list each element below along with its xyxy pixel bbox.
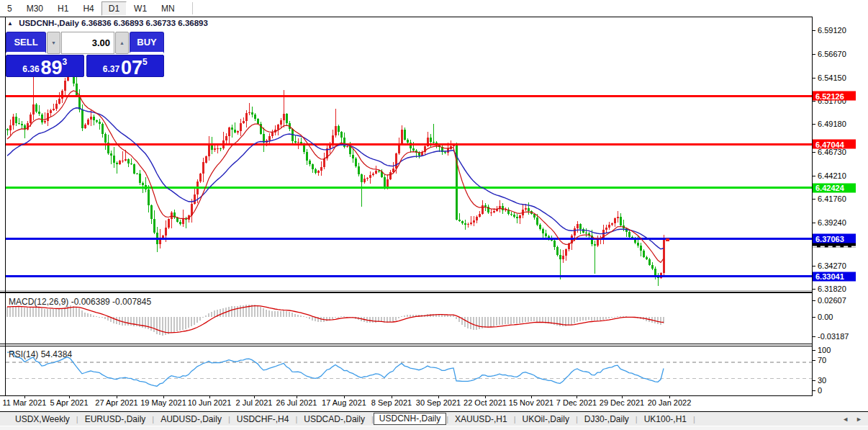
- date-axis-label: 15 Nov 2021: [509, 398, 553, 407]
- period-h4[interactable]: H4: [76, 1, 101, 16]
- price-axis-tick: [813, 223, 815, 223]
- rsi-axis-label: 0: [818, 386, 822, 395]
- tab-usdx-weekly[interactable]: USDX,Weekly: [9, 414, 76, 424]
- date-axis[interactable]: 11 Mar 20215 Apr 202127 Apr 202119 May 2…: [0, 396, 868, 411]
- date-axis-label: 10 Jun 2021: [188, 398, 232, 407]
- date-axis-label: 11 Mar 2021: [3, 398, 47, 407]
- rsi-axis-label: 100: [818, 346, 831, 354]
- date-axis-label: 2 Jul 2021: [236, 398, 273, 407]
- tab-usdcnh-daily[interactable]: USDCNH-,Daily: [374, 413, 446, 425]
- date-axis-label: 5 Apr 2021: [50, 398, 88, 407]
- price-axis-tick: [813, 152, 815, 153]
- rsi-axis-tick: [813, 350, 815, 351]
- price-axis-label: 6.46730: [818, 148, 846, 156]
- macd-indicator-label: MACD(12,26,9) -0.006389 -0.007845: [9, 297, 151, 307]
- buy-button[interactable]: BUY: [130, 32, 164, 54]
- sell-button[interactable]: SELL: [6, 32, 46, 54]
- sell-price-pip-digit: 3: [63, 57, 68, 67]
- price-axis-tick: [813, 266, 815, 266]
- rsi-axis-tick: [813, 380, 815, 381]
- price-axis-label: 6.39240: [818, 218, 846, 227]
- period-5[interactable]: 5: [0, 1, 19, 16]
- splitter-macd-rsi-top: [0, 344, 868, 344]
- date-axis-label: 30 Sep 2021: [416, 398, 461, 407]
- price-axis-label: 6.31820: [818, 285, 846, 293]
- period-d1[interactable]: D1: [101, 1, 127, 16]
- period-w1[interactable]: W1: [127, 1, 154, 16]
- one-click-trading-panel: SELL ▼ ▲ BUY 6.36 89 3 6.37 07 5: [6, 32, 164, 77]
- chevron-down-icon: ▼: [51, 40, 56, 45]
- bottom-strip: [0, 426, 868, 430]
- tabs-scroll-right-icon[interactable]: ►: [856, 416, 862, 423]
- price-axis-tick: [813, 54, 815, 55]
- price-axis-label: 6.34270: [818, 261, 846, 270]
- chart-ohlc-values: 6.36836 6.36893 6.36733 6.36893: [81, 19, 208, 27]
- buy-quote-box[interactable]: 6.37 07 5: [86, 55, 165, 77]
- period-h1[interactable]: H1: [50, 1, 76, 16]
- date-axis-label: 19 May 2021: [140, 398, 186, 407]
- level-price-badge: 6.52126: [813, 91, 856, 101]
- rsi-panel-canvas[interactable]: [6, 346, 812, 395]
- toolbar-separator: [192, 2, 193, 14]
- volume-decrease-button[interactable]: ▼: [47, 32, 60, 54]
- tabs-scroll-left-icon[interactable]: ◄: [842, 416, 849, 423]
- level-price-badge: 6.42424: [813, 183, 856, 192]
- splitter-main-macd[interactable]: [0, 292, 868, 293]
- macd-axis-tick: [813, 317, 815, 318]
- tab-eurusd-daily[interactable]: EURUSD-,Daily: [78, 414, 153, 424]
- price-axis-tick: [813, 124, 815, 125]
- rsi-axis-label: 30: [818, 376, 826, 385]
- date-axis-label: 20 Jan 2022: [648, 398, 692, 407]
- main-chart-bottom-line: [0, 290, 868, 291]
- tab-usdcad-daily[interactable]: USDCAD-,Daily: [297, 414, 371, 424]
- period-toolbar: 5M30H1H4D1W1MN: [0, 0, 868, 17]
- price-axis-tick: [813, 199, 815, 200]
- price-axis-label: 6.44210: [818, 171, 846, 180]
- volume-input[interactable]: [61, 32, 114, 54]
- date-axis-label: 22 Oct 2021: [464, 398, 507, 407]
- volume-increase-button[interactable]: ▲: [115, 32, 129, 54]
- macd-axis-label: -0.03187: [818, 332, 849, 341]
- chart-symbol-label: USDCNH-,Daily: [19, 19, 79, 27]
- tab-separator: |: [693, 415, 695, 424]
- level-price-badge: 6.37063: [813, 234, 856, 243]
- macd-axis-tick: [813, 336, 815, 337]
- date-axis-label: 7 Dec 2021: [556, 398, 597, 407]
- price-axis-label: 6.59120: [818, 26, 846, 35]
- tab-audusd-daily[interactable]: AUDUSD-,Daily: [154, 414, 228, 424]
- price-axis-label: 6.56670: [818, 50, 846, 58]
- buy-price-prefix: 6.37: [103, 64, 119, 74]
- sell-quote-box[interactable]: 6.36 89 3: [6, 55, 84, 77]
- collapse-triangle-icon[interactable]: ▲: [7, 20, 13, 27]
- trading-terminal-window: 5M30H1H4D1W1MN ▲ USDCNH-,Daily 6.36836 6…: [0, 0, 868, 430]
- tab-uk100-h1[interactable]: UK100-,H1: [638, 414, 693, 424]
- price-axis-label: 6.54150: [818, 73, 846, 82]
- period-mn[interactable]: MN: [154, 1, 182, 16]
- price-axis[interactable]: 6.591206.566706.541506.517006.491806.467…: [813, 0, 868, 411]
- level-price-badge: 6.47044: [813, 140, 856, 149]
- rsi-axis-tick: [813, 360, 815, 361]
- tab-ukoil-daily[interactable]: UKOil-,Daily: [516, 414, 576, 424]
- price-axis-tick: [813, 176, 815, 176]
- tab-dj30-daily[interactable]: DJ30-,Daily: [578, 414, 636, 424]
- tab-xauusd-h1[interactable]: XAUUSD-,H1: [448, 414, 514, 424]
- price-axis-label: 6.41760: [818, 194, 846, 203]
- symbol-tabbar: USDX,Weekly|EURUSD-,Daily|AUDUSD-,Daily|…: [0, 412, 868, 426]
- period-m30[interactable]: M30: [19, 1, 50, 16]
- price-axis-label: 6.49180: [818, 120, 846, 128]
- date-axis-label: 8 Sep 2021: [371, 398, 412, 407]
- buy-price-pip-digit: 5: [143, 57, 148, 67]
- date-axis-label: 26 Jul 2021: [276, 398, 317, 407]
- date-axis-label: 27 Apr 2021: [95, 398, 137, 407]
- chevron-up-icon: ▲: [119, 40, 125, 45]
- macd-axis-label: 0.00: [818, 313, 833, 321]
- date-axis-label: 17 Aug 2021: [322, 398, 366, 407]
- rsi-indicator-label: RSI(14) 54.4384: [9, 349, 72, 359]
- price-axis-tick: [813, 101, 815, 102]
- buy-price-big-digits: 07: [121, 60, 143, 76]
- tab-usdchf-h4[interactable]: USDCHF-,H4: [230, 414, 296, 424]
- rsi-axis-tick: [813, 390, 815, 391]
- tab-scroll-arrows: ◄►: [842, 416, 862, 423]
- price-axis-tick: [813, 30, 815, 31]
- date-axis-label: 29 Dec 2021: [600, 398, 644, 407]
